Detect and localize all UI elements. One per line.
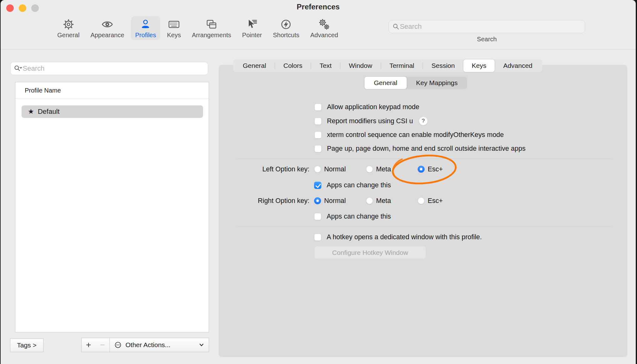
toolbar-item-appearance[interactable]: Appearance <box>86 16 128 40</box>
keyboard-icon <box>168 18 180 31</box>
other-actions-label: Other Actions... <box>125 341 171 349</box>
checkbox-keypad[interactable] <box>314 104 322 111</box>
configure-hotkey-window-label: Configure Hotkey Window <box>332 249 408 256</box>
tab-session[interactable]: Session <box>423 59 463 72</box>
remove-profile-button[interactable]: − <box>95 338 110 352</box>
checkbox-xterm[interactable] <box>314 131 322 139</box>
toolbar-item-general[interactable]: General <box>53 16 84 40</box>
checkbox-label: xterm control sequence can enable modify… <box>327 131 504 139</box>
checkbox-page-scroll[interactable] <box>314 145 322 152</box>
tab-general[interactable]: General <box>234 59 275 72</box>
section-divider <box>237 226 612 226</box>
tab-keys[interactable]: Keys <box>463 59 495 72</box>
configure-hotkey-window-button[interactable]: Configure Hotkey Window <box>314 246 426 259</box>
toolbar-item-shortcuts[interactable]: Shortcuts <box>269 16 303 40</box>
profile-search-field[interactable] <box>10 62 208 75</box>
checkbox-label: Apps can change this <box>327 213 391 220</box>
gears-icon <box>318 18 330 31</box>
hotkey-row: A hotkey opens a dedicated window with t… <box>314 230 482 244</box>
help-button[interactable]: ? <box>419 117 428 125</box>
toolbar-item-label: Advanced <box>310 32 338 39</box>
radio-left-meta[interactable]: Meta <box>366 165 413 173</box>
chevron-down-icon <box>198 341 205 348</box>
minus-icon: − <box>100 340 105 350</box>
toolbar-search-field[interactable] <box>389 20 585 33</box>
toolbar-search-label: Search <box>389 36 585 43</box>
right-apps-change-row: Apps can change this <box>314 210 391 223</box>
tab-window[interactable]: Window <box>340 59 381 72</box>
radio-label: Esc+ <box>428 165 443 173</box>
checkbox-row-page-scroll: Page up, page down, home and end scroll … <box>314 142 526 155</box>
radio-label: Meta <box>376 165 391 173</box>
toolbar: General Appearance Profiles <box>53 16 342 40</box>
toolbar-item-label: Appearance <box>90 32 124 39</box>
question-mark-icon: ? <box>422 118 425 124</box>
radio-label: Normal <box>324 197 346 205</box>
left-apps-change-row: Apps can change this <box>314 178 391 192</box>
radio-icon <box>418 197 425 204</box>
right-option-label: Right Option key: <box>220 197 309 205</box>
eye-icon <box>101 18 114 31</box>
left-option-row: Left Option key: Normal Meta Esc+ <box>220 162 443 176</box>
checkbox-row-csi-u: Report modifiers using CSI u ? <box>314 114 428 128</box>
toolbar-item-label: Profiles <box>135 32 156 39</box>
keys-subtab-bar: General Key Mappings <box>364 77 467 89</box>
radio-left-esc[interactable]: Esc+ <box>418 165 443 173</box>
radio-right-meta[interactable]: Meta <box>366 197 413 205</box>
other-actions-dropdown[interactable]: Other Actions... <box>110 338 209 352</box>
ellipsis-circle-icon <box>114 341 122 349</box>
radio-left-normal[interactable]: Normal <box>314 165 361 173</box>
toolbar-divider <box>1 49 636 50</box>
lightning-circle-icon <box>280 18 292 31</box>
toolbar-search-input[interactable] <box>400 23 582 31</box>
checkbox-label: Allow application keypad mode <box>327 103 419 111</box>
cursor-icon <box>246 18 258 31</box>
toolbar-item-advanced[interactable]: Advanced <box>306 16 342 40</box>
plus-icon: + <box>86 340 91 350</box>
toolbar-item-label: Pointer <box>242 32 262 39</box>
subtab-key-mappings[interactable]: Key Mappings <box>407 77 467 89</box>
checkbox-label: A hotkey opens a dedicated window with t… <box>327 233 482 241</box>
radio-icon <box>366 197 373 204</box>
toolbar-item-arrangements[interactable]: Arrangements <box>188 16 235 40</box>
search-icon <box>392 23 400 31</box>
right-option-row: Right Option key: Normal Meta Esc+ <box>220 194 443 208</box>
checkbox-row-xterm: xterm control sequence can enable modify… <box>314 128 504 142</box>
radio-label: Normal <box>324 165 346 173</box>
radio-right-esc[interactable]: Esc+ <box>418 197 443 205</box>
radio-selected-icon <box>418 166 425 173</box>
add-profile-button[interactable]: + <box>81 338 96 352</box>
profile-list: Profile Name ★ Default <box>15 82 209 332</box>
tab-colors[interactable]: Colors <box>275 59 311 72</box>
toolbar-item-pointer[interactable]: Pointer <box>238 16 266 40</box>
profile-name: Default <box>38 108 60 116</box>
subtab-general[interactable]: General <box>364 77 407 89</box>
radio-right-normal[interactable]: Normal <box>314 197 361 205</box>
tab-text[interactable]: Text <box>311 59 340 72</box>
toolbar-item-label: General <box>57 32 79 39</box>
tab-terminal[interactable]: Terminal <box>381 59 423 72</box>
toolbar-item-keys[interactable]: Keys <box>163 16 185 40</box>
windows-icon <box>205 18 218 31</box>
checkbox-right-apps-change[interactable] <box>314 213 321 220</box>
radio-selected-icon <box>314 197 321 204</box>
profile-list-header: Profile Name <box>15 82 209 99</box>
tags-button[interactable]: Tags > <box>10 338 43 352</box>
profile-row-default[interactable]: ★ Default <box>22 105 203 118</box>
preferences-window: Preferences General Appearance <box>1 0 636 364</box>
tab-advanced[interactable]: Advanced <box>495 59 541 72</box>
checkbox-csi-u[interactable] <box>314 118 322 125</box>
toolbar-search: Search <box>389 20 585 43</box>
toolbar-item-label: Keys <box>167 32 181 39</box>
checkbox-left-apps-change[interactable] <box>314 182 321 189</box>
left-option-label: Left Option key: <box>220 165 309 173</box>
checkbox-hotkey-window[interactable] <box>314 234 321 241</box>
radio-label: Meta <box>376 197 391 205</box>
profile-search-input[interactable] <box>23 64 205 73</box>
radio-label: Esc+ <box>428 197 443 205</box>
profile-tab-bar: General Colors Text Window Terminal Sess… <box>233 59 542 72</box>
radio-icon <box>314 166 321 173</box>
toolbar-item-profiles[interactable]: Profiles <box>131 16 160 40</box>
checkbox-label: Apps can change this <box>327 181 391 189</box>
checkbox-row-keypad: Allow application keypad mode <box>314 100 419 114</box>
